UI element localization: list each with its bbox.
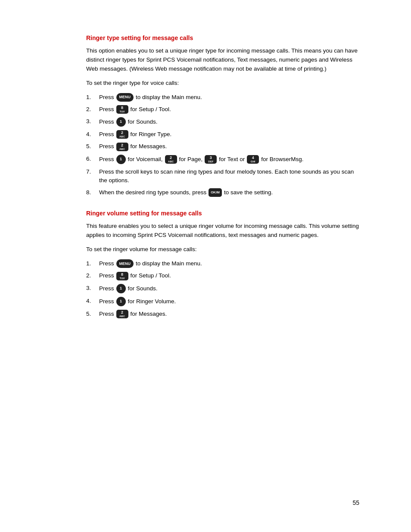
vol-step-2-num: 2. [86,271,99,280]
step-1-content: Press MENU to display the Main menu. [99,93,359,102]
step-7-content: Press the scroll keys to scan nine ring … [99,168,359,185]
key-ok: OK/M [209,188,222,197]
section-intro-ringer-volume: This feature enables you to select a uni… [86,222,359,240]
vol-key-1b: 1 [116,297,126,306]
section-ringer-volume: Ringer volume setting for message calls … [86,210,359,318]
vol-step-5-press: Press [99,310,114,318]
vol-step-1-num: 1. [86,259,99,268]
step-7: 7. Press the scroll keys to scan nine ri… [86,168,359,185]
step-6-content: Press 1 for Voicemail, 2ABC for Page, 3D… [99,155,359,164]
vol-step-4-content: Press 1 for Ringer Volume. [99,297,359,306]
step-3-num: 3. [86,117,99,126]
section-preamble-ringer-type: To set the ringer type for voice calls: [86,79,359,88]
vol-step-4-press: Press [99,297,114,306]
vol-step-2-content: Press 8TUV for Setup / Tool. [99,271,359,280]
step-2: 2. Press 8TUV for Setup / Tool. [86,105,359,114]
step-2-content: Press 8TUV for Setup / Tool. [99,105,359,114]
step-5-rest: for Messages. [131,142,167,151]
step-1: 1. Press MENU to display the Main menu. [86,93,359,102]
step-6-press: Press [99,155,114,164]
key-1a: 1 [116,117,126,127]
step-3-press: Press [99,118,114,126]
step-3-content: Press 1 for Sounds. [99,117,359,127]
step-4-num: 4. [86,130,99,139]
vol-key-8tuv: 8TUV [116,272,128,280]
step-8-ending: to save the setting. [224,188,273,197]
step-3-rest: for Sounds. [128,118,158,126]
step-4-content: Press 2ABC for Ringer Type. [99,130,359,139]
vol-step-3-content: Press 1 for Sounds. [99,284,359,293]
vol-step-2: 2. Press 8TUV for Setup / Tool. [86,271,359,280]
vol-step-4-rest: for Ringer Volume. [128,297,176,306]
step-8-rest: When the desired ring type sounds, press [99,188,206,197]
step-4-press: Press [99,130,114,139]
vol-step-5: 5. Press 2ABC for Messages. [86,310,359,318]
vol-step-1-rest: to display the Main menu. [136,259,202,268]
step-4-rest: for Ringer Type. [131,130,172,139]
step-6-rest: for Voicemail, [128,155,163,164]
vol-step-3-rest: for Sounds. [128,284,158,293]
key-2abc-a: 2ABC [116,130,128,139]
section-intro-ringer-type: This option enables you to set a unique … [86,47,359,74]
step-2-press: Press [99,105,114,114]
step-8: 8. When the desired ring type sounds, pr… [86,188,359,197]
vol-step-3-num: 3. [86,284,99,292]
vol-step-1-content: Press MENU to display the Main menu. [99,259,359,268]
step-8-num: 8. [86,188,99,197]
key-4ghi: 4GHI [247,155,259,164]
step-5-content: Press 2ABC for Messages. [99,142,359,151]
step-1-rest: to display the Main menu. [136,93,202,102]
vol-step-3: 3. Press 1 for Sounds. [86,284,359,293]
vol-step-2-press: Press [99,271,114,280]
key-2abc-b: 2ABC [116,143,128,151]
step-6-num: 6. [86,155,99,163]
step-1-press: Press [99,93,114,102]
page: Ringer type setting for message calls Th… [0,0,411,532]
vol-step-4-num: 4. [86,297,99,305]
key-3def: 3DEF [205,155,217,164]
vol-key-1a: 1 [116,284,126,293]
vol-step-4: 4. Press 1 for Ringer Volume. [86,297,359,306]
step-1-num: 1. [86,93,99,102]
vol-step-5-content: Press 2ABC for Messages. [99,310,359,318]
step-6-page: for Page, [179,155,203,164]
step-5-num: 5. [86,142,99,151]
key-2abc-c: 2ABC [165,155,177,164]
page-number: 55 [352,499,359,506]
key-8tuv: 8TUV [116,105,128,114]
step-8-content: When the desired ring type sounds, press… [99,188,359,197]
step-7-num: 7. [86,168,99,176]
step-2-num: 2. [86,105,99,114]
vol-step-3-press: Press [99,284,114,293]
step-5-press: Press [99,142,114,151]
step-4: 4. Press 2ABC for Ringer Type. [86,130,359,139]
section-preamble-ringer-volume: To set the ringer volume for message cal… [86,245,359,254]
step-6-text: for Text or [219,155,245,164]
vol-step-5-rest: for Messages. [131,310,167,318]
step-6: 6. Press 1 for Voicemail, 2ABC for Page,… [86,155,359,164]
vol-step-1: 1. Press MENU to display the Main menu. [86,259,359,268]
step-5: 5. Press 2ABC for Messages. [86,142,359,151]
section-ringer-type: Ringer type setting for message calls Th… [86,34,359,197]
section-title-ringer-volume: Ringer volume setting for message calls [86,210,359,217]
vol-key-2abc: 2ABC [116,310,128,318]
vol-step-5-num: 5. [86,310,99,318]
vol-menu-key: MENU [116,259,134,268]
step-2-rest: for Setup / Tool. [131,105,171,114]
vol-step-2-rest: for Setup / Tool. [131,271,171,280]
step-3: 3. Press 1 for Sounds. [86,117,359,127]
menu-key: MENU [116,93,134,102]
step-7-rest: Press the scroll keys to scan nine ring … [99,168,359,185]
step-6-browser: for BrowserMsg. [261,155,303,164]
vol-step-1-press: Press [99,259,114,268]
key-1b: 1 [116,155,126,164]
section-title-ringer-type: Ringer type setting for message calls [86,34,359,41]
